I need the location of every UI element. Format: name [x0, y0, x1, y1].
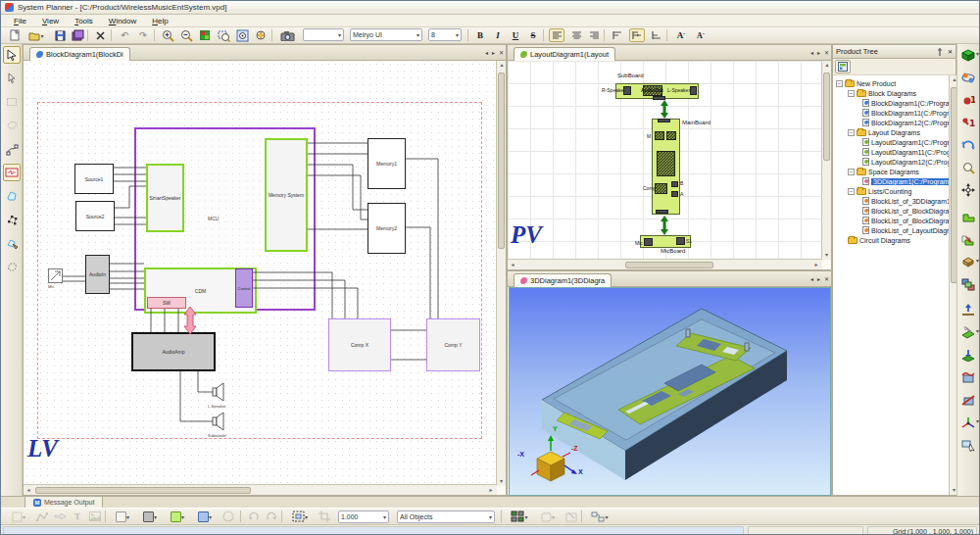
panel-close-icon[interactable]: ✕: [948, 48, 953, 55]
delete-button[interactable]: [92, 28, 108, 42]
valign-bottom-button[interactable]: [649, 28, 664, 42]
tab-scroll-right-icon[interactable]: ▸: [817, 49, 820, 56]
scale-combo[interactable]: 1.000▾: [338, 511, 389, 523]
tree-item-circuit-diagrams[interactable]: Circuit Diagrams: [833, 235, 910, 245]
align-left-button[interactable]: [549, 28, 564, 42]
tree-item-blocklist-3d[interactable]: BlockList_of_3DDiagram1(C: [833, 196, 949, 206]
font-combo[interactable]: Meiryo UI▾: [350, 28, 422, 41]
image-tool[interactable]: [87, 510, 103, 523]
direct-select-tool[interactable]: [3, 70, 21, 87]
arrow-tool[interactable]: [52, 510, 68, 523]
underline-button[interactable]: U: [508, 28, 523, 42]
pick-object-button[interactable]: [959, 436, 977, 454]
view-caret-icon[interactable]: ▾: [976, 50, 979, 57]
zoom-in-one-button[interactable]: 1: [959, 91, 977, 109]
save-button[interactable]: [52, 28, 68, 42]
redo-button[interactable]: ↷: [135, 28, 151, 42]
expander-icon[interactable]: −: [836, 80, 843, 87]
rotate-cw-button[interactable]: [264, 510, 279, 523]
board-box-button[interactable]: ▾: [959, 253, 977, 270]
pcb-view-button[interactable]: ▾: [507, 510, 532, 523]
valign-middle-button[interactable]: [629, 28, 645, 42]
align-right-button[interactable]: [586, 28, 602, 42]
strikethrough-button[interactable]: S: [525, 28, 541, 42]
tab-close-icon[interactable]: ✕: [824, 275, 829, 282]
zoom-out-button[interactable]: [178, 28, 194, 42]
menu-tools[interactable]: Tools: [68, 16, 100, 26]
zoom-extents-button[interactable]: [234, 28, 250, 42]
orbit-view-button[interactable]: [959, 69, 977, 86]
tree-view-button[interactable]: [835, 60, 851, 73]
font-increase-button[interactable]: Aˆ: [672, 28, 690, 42]
tab-scroll-left-icon[interactable]: ◂: [810, 275, 813, 282]
bold-button[interactable]: B: [472, 28, 488, 42]
place-on-board-button[interactable]: ▾: [959, 323, 977, 341]
valign-top-button[interactable]: [610, 28, 625, 42]
tree-item-blocklist-block2[interactable]: BlockList_of_BlockDiagram1: [833, 216, 949, 225]
menu-help[interactable]: Help: [145, 16, 174, 26]
tree-item-layoutdiagram12[interactable]: LayoutDiagram12(C:/Progr: [833, 157, 949, 167]
fill-green-swatch[interactable]: ▾: [166, 510, 189, 523]
menu-file[interactable]: File: [7, 16, 33, 26]
node-edit-tool[interactable]: [3, 140, 21, 158]
drop-component-button[interactable]: [959, 346, 977, 364]
freeform-select-tool[interactable]: [3, 258, 21, 275]
place-caret-icon[interactable]: ▾: [976, 327, 979, 334]
polyline-tool[interactable]: [34, 510, 50, 523]
axis-view-button[interactable]: ▾: [959, 413, 977, 431]
tree-item-blocklist-block1[interactable]: BlockList_of_BlockDiagram1: [833, 206, 949, 216]
fill-gray-swatch[interactable]: ▾: [138, 510, 162, 523]
route-wire-button[interactable]: [959, 368, 977, 386]
fill-none-swatch[interactable]: ▾: [111, 510, 134, 523]
zoom-fit-button[interactable]: [197, 28, 213, 42]
ellipse-tool[interactable]: [220, 510, 236, 523]
tree-item-block-diagrams[interactable]: −Block Diagrams: [833, 88, 916, 98]
audio-block-tool[interactable]: [3, 164, 21, 181]
open-caret-icon[interactable]: ▾: [40, 32, 43, 39]
shape-edit-tool[interactable]: [3, 234, 21, 252]
save-all-button[interactable]: [70, 28, 85, 42]
zoom-dynamic-button[interactable]: [253, 28, 269, 42]
tab-scroll-right-icon[interactable]: ▸: [492, 49, 495, 56]
space-canvas[interactable]: Y -X -Z X: [509, 287, 831, 496]
expander-icon[interactable]: −: [848, 188, 855, 195]
tree-item-lists-counting[interactable]: −Lists/Counting: [833, 186, 911, 196]
select-region-button[interactable]: ▾: [287, 510, 313, 523]
block-hscrollbar[interactable]: ◂ ▸: [24, 484, 497, 495]
view-orientation-button[interactable]: ▾: [959, 46, 977, 64]
board-caret-icon[interactable]: ▾: [976, 257, 979, 264]
font-size-combo[interactable]: 8▾: [428, 28, 462, 41]
tab-layout-diagram[interactable]: LayoutDiagram1(Layout: [514, 47, 615, 61]
link-objects-button[interactable]: ▾: [587, 510, 612, 523]
tab-block-diagram[interactable]: BlockDiagram1(BlockDi: [29, 47, 130, 61]
tree-item-layoutdiagram11[interactable]: LayoutDiagram11(C:/Progr: [833, 147, 949, 157]
tree-item-blocklist-layout[interactable]: BlockList_of_LayoutDiagram: [833, 225, 949, 235]
tab-scroll-right-icon[interactable]: ▸: [817, 275, 820, 282]
block-diagram-canvas[interactable]: MCU SmartSpeaker Memory System CDM Sourc…: [24, 61, 498, 486]
tab-scroll-left-icon[interactable]: ◂: [485, 49, 488, 56]
polygon-tool[interactable]: [3, 187, 21, 205]
tab-close-icon[interactable]: ✕: [499, 49, 504, 56]
tree-item-layoutdiagram1[interactable]: LayoutDiagram1(C:/Progra: [833, 137, 949, 147]
copy-shape-button[interactable]: [959, 230, 977, 248]
tree-item-blockdiagram1[interactable]: BlockDiagram1(C:/Program: [833, 98, 949, 108]
node-select-tool[interactable]: [3, 211, 21, 228]
pin-icon[interactable]: [936, 48, 944, 56]
area-shape-button[interactable]: [959, 208, 977, 225]
axis-caret-icon[interactable]: ▾: [976, 417, 979, 424]
zoom-out-one-button[interactable]: 1: [959, 114, 977, 131]
layout-hscrollbar[interactable]: ◂ ▸: [508, 259, 822, 269]
zoom-window-button[interactable]: [216, 28, 231, 42]
object-filter-combo[interactable]: All Objects▾: [397, 511, 495, 523]
expander-icon[interactable]: −: [848, 169, 855, 175]
tab-3d-diagram[interactable]: 3DDiagram1(3DDiagra: [514, 273, 612, 287]
component-view-button[interactable]: ▾: [536, 510, 560, 523]
tree-item-3ddiagram1-selected[interactable]: 3DDiagram1(C:/ProgramDa: [833, 176, 949, 186]
text-tool[interactable]: T: [70, 510, 85, 523]
tree-item-blockdiagram12[interactable]: BlockDiagram12(C:/Progra: [833, 118, 949, 127]
layout-canvas[interactable]: SubBoard R-Speaker AudioOut L-Speaker Ma…: [508, 61, 823, 260]
snapshot-button[interactable]: [277, 28, 297, 42]
expander-icon[interactable]: −: [848, 90, 855, 97]
pan-center-button[interactable]: [959, 181, 977, 199]
lift-component-button[interactable]: [959, 301, 977, 318]
